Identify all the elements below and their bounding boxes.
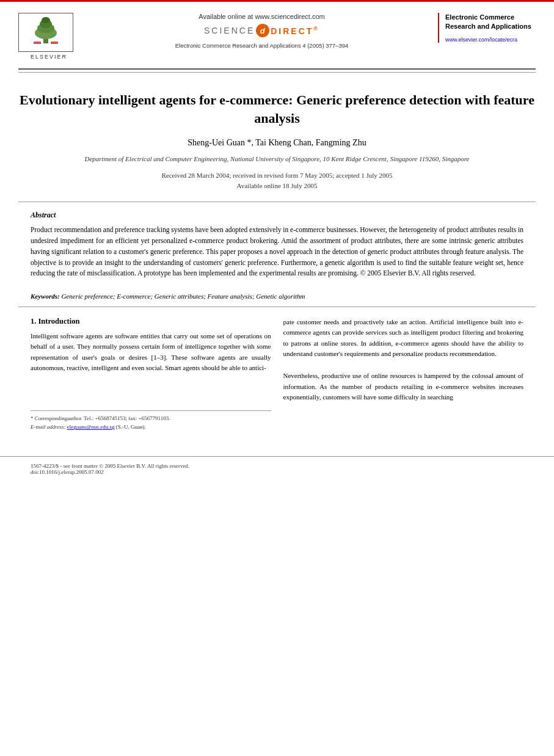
svg-point-4 bbox=[42, 17, 50, 23]
keywords-label: Keywords: bbox=[31, 293, 60, 300]
email-name: (S.-U. Guan). bbox=[116, 424, 146, 430]
science-text: SCIENCE bbox=[204, 26, 255, 35]
top-divider bbox=[18, 68, 536, 70]
keywords-section: Keywords: Generic preference; E-commerce… bbox=[0, 285, 554, 307]
footer-area: 1567-4223/$ - see front matter © 2005 El… bbox=[0, 456, 554, 478]
abstract-heading: Abstract bbox=[31, 211, 523, 220]
footer-doi: doi:10.1016/j.elerap.2005.07.002 bbox=[31, 469, 523, 475]
intro-paragraph-2: pate customer needs and proactively take… bbox=[283, 317, 524, 360]
keywords-text: Keywords: Generic preference; E-commerce… bbox=[31, 291, 523, 302]
intro-paragraph-3: Nevertheless, productive use of online r… bbox=[283, 371, 524, 403]
journal-website-link[interactable]: www.elsevier.com/locate/ecra bbox=[445, 37, 536, 43]
sciencedirect-logo[interactable]: SCIENCE d DIRECT® bbox=[92, 24, 432, 37]
journal-subline-text: Electronic Commerce Research and Applica… bbox=[92, 42, 432, 49]
elsevier-logo: ELSEVIER bbox=[18, 13, 79, 60]
received-date: Received 28 March 2004; received in revi… bbox=[18, 170, 536, 181]
available-online-date: Available online 18 July 2005 bbox=[18, 181, 536, 192]
footer-issn: 1567-4223/$ - see front matter © 2005 El… bbox=[31, 463, 523, 469]
email-label: E-mail address: bbox=[31, 424, 67, 430]
footnote-area: * Correspondingauthor. Tel.: +6568745153… bbox=[31, 410, 271, 432]
elsevier-brand-text: ELSEVIER bbox=[18, 54, 79, 60]
page: ELSEVIER Available online at www.science… bbox=[0, 0, 554, 756]
header: ELSEVIER Available online at www.science… bbox=[0, 2, 554, 66]
journal-info-right: Electronic Commerce Research and Applica… bbox=[438, 13, 536, 43]
affiliation: Department of Electrical and Computer En… bbox=[18, 154, 536, 164]
svg-rect-5 bbox=[34, 42, 41, 44]
body-two-column: 1. Introduction Intelligent software age… bbox=[0, 307, 554, 438]
keywords-values: Generic preference; E-commerce; Generic … bbox=[61, 293, 305, 300]
intro-heading: 1. Introduction bbox=[31, 317, 271, 326]
journal-title-right-text: Electronic Commerce Research and Applica… bbox=[445, 13, 536, 32]
footnote-star-text: * Correspondingauthor. Tel.: +6568745153… bbox=[31, 414, 271, 423]
abstract-section: Abstract Product recommendation and pref… bbox=[0, 202, 554, 285]
header-center: Available online at www.sciencedirect.co… bbox=[86, 13, 438, 49]
sub-divider bbox=[18, 72, 536, 73]
sd-circle-icon: d bbox=[256, 24, 269, 37]
abstract-text: Product recommendation and preference tr… bbox=[31, 225, 523, 279]
authors: Sheng-Uei Guan *, Tai Kheng Chan, Fangmi… bbox=[18, 138, 536, 148]
article-title: Evolutionary intelligent agents for e-co… bbox=[18, 91, 536, 127]
elsevier-tree-svg bbox=[21, 16, 70, 46]
footnote-email: E-mail address: eleguans@nus.edu.sg (S.-… bbox=[31, 423, 271, 431]
svg-rect-6 bbox=[51, 42, 58, 44]
left-column: 1. Introduction Intelligent software age… bbox=[31, 317, 271, 432]
available-online-text: Available online at www.sciencedirect.co… bbox=[92, 13, 432, 20]
title-section: Evolutionary intelligent agents for e-co… bbox=[0, 74, 554, 202]
direct-text: DIRECT® bbox=[271, 26, 319, 36]
email-link[interactable]: eleguans@nus.edu.sg bbox=[67, 424, 115, 430]
intro-paragraph-1: Intelligent software agents are software… bbox=[31, 331, 271, 374]
right-column: pate customer needs and proactively take… bbox=[283, 317, 524, 432]
